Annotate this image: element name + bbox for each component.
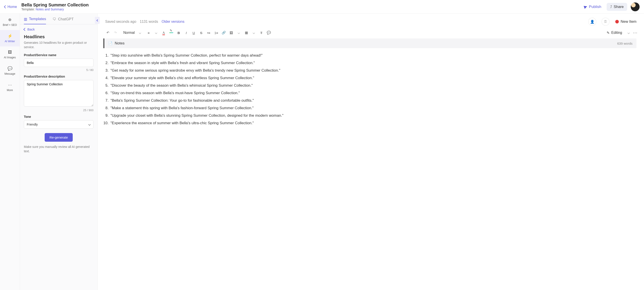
list-item[interactable]: "Step into sunshine with Bella's Spring … — [110, 52, 636, 59]
tab-chatgpt[interactable]: 🗨 ChatGPT — [52, 17, 74, 24]
message-icon: 💬 — [8, 66, 12, 71]
editing-mode-select[interactable]: ✎ Editing — [607, 31, 630, 35]
calendar-icon: 🗓 — [604, 20, 607, 24]
file-icon: 📄 — [108, 41, 112, 45]
list-item[interactable]: "Elevate your summer style with Bella's … — [110, 74, 636, 82]
editor-content[interactable]: 📄 Notes 639 words "Step into sunshine wi… — [98, 38, 644, 290]
nav-more[interactable]: ⋯ More — [0, 79, 20, 95]
strike-button[interactable]: S — [198, 29, 205, 36]
topbar: Home Bella Spring Summer Collection Temp… — [0, 0, 644, 14]
pencil-icon: ✎ — [607, 31, 610, 35]
template-link[interactable]: Notes and Summary — [36, 8, 64, 11]
publish-label: Publish — [589, 5, 601, 9]
list-item[interactable]: "Make a statement this spring with Bella… — [110, 104, 636, 112]
list-item[interactable]: "Embrace the season in style with Bella'… — [110, 59, 636, 67]
editor-toolbar: ↶ ↷ Normal ≡ A B I U S •≡ 1≡ 🔗 🖼 ▦ T 💬 — [98, 27, 644, 38]
calendar-button[interactable]: 🗓 — [602, 18, 610, 26]
image-dropdown[interactable] — [235, 29, 242, 36]
status-dot-icon — [615, 20, 619, 24]
avatar[interactable] — [631, 2, 640, 11]
comment-button[interactable]: 💬 — [266, 29, 272, 36]
chevron-down-icon — [628, 32, 630, 34]
home-link[interactable]: Home — [4, 5, 17, 9]
saved-status: Saved seconds ago — [105, 20, 136, 24]
back-label: Back — [28, 28, 35, 31]
list-item[interactable]: "Upgrade your closet with Bella's stunni… — [110, 112, 636, 119]
new-item-indicator[interactable]: New Item — [615, 20, 636, 24]
share-label: Share — [614, 5, 624, 9]
notes-block[interactable]: 📄 Notes 639 words — [104, 38, 636, 48]
highlight-icon — [169, 32, 173, 33]
headline-list[interactable]: "Step into sunshine with Bella's Spring … — [104, 52, 636, 127]
numbered-list-button[interactable]: 1≡ — [213, 29, 220, 36]
chevron-left-icon — [24, 28, 26, 31]
tab-templates[interactable]: ▥ Templates — [24, 17, 46, 24]
list-item[interactable]: "Get ready for some serious spring wardr… — [110, 67, 636, 74]
table-dropdown[interactable] — [250, 29, 258, 36]
text-color-button[interactable]: A — [160, 29, 167, 36]
sidebar-description: Generates 10 headlines for a given produ… — [24, 41, 94, 49]
tab-label: ChatGPT — [58, 17, 74, 22]
notes-word-count: 639 words — [617, 42, 632, 45]
bold-button[interactable]: B — [175, 29, 182, 36]
highlight-button[interactable] — [168, 29, 175, 36]
publish-button[interactable]: Publish — [581, 3, 604, 11]
nav-label: Brief + SEO — [3, 24, 17, 26]
share-button[interactable]: ⤴ Share — [607, 3, 627, 11]
more-icon: ⋯ — [8, 82, 12, 87]
document-title[interactable]: Bella Spring Summer Collection — [22, 2, 89, 8]
sidebar: ▥ Templates 🗨 ChatGPT Back Headlines Gen… — [20, 14, 98, 290]
new-item-label: New Item — [620, 20, 636, 24]
underline-button[interactable]: U — [190, 29, 197, 36]
chevron-down-icon — [155, 32, 157, 34]
nav-brief-seo[interactable]: ⊕ Brief + SEO — [0, 14, 20, 30]
align-button[interactable]: ≡ — [145, 29, 152, 36]
target-icon: ⊕ — [8, 17, 12, 22]
sidebar-collapse-button[interactable] — [95, 17, 100, 24]
tone-select-wrap: Friendly — [24, 120, 94, 129]
nav-label: AI Writer — [5, 40, 15, 43]
redo-button[interactable]: ↷ — [112, 29, 119, 36]
nav-message[interactable]: 💬 Message — [0, 62, 20, 79]
nav-ai-images[interactable]: 🖼 AI Images — [0, 46, 20, 62]
image-icon: 🖼 — [8, 50, 12, 54]
product-name-input[interactable] — [24, 58, 94, 67]
regenerate-note: Make sure you manually review all AI gen… — [24, 145, 94, 154]
image-button[interactable]: 🖼 — [228, 29, 235, 36]
italic-button[interactable]: I — [183, 29, 190, 36]
list-item[interactable]: "Discover the beauty of the season with … — [110, 82, 636, 89]
upload-icon: ⤴ — [610, 5, 612, 9]
chevron-left-icon — [4, 5, 7, 8]
table-button[interactable]: ▦ — [243, 29, 250, 36]
nav-ai-writer[interactable]: ⚡ AI Writer — [0, 30, 20, 46]
paragraph-style-select[interactable]: Normal — [121, 30, 143, 36]
bolt-icon: ⚡ — [8, 34, 12, 38]
nav-label: AI Images — [4, 56, 16, 59]
chevron-down-icon — [253, 32, 255, 34]
clear-format-button[interactable]: T — [258, 29, 265, 36]
editor-area: Saved seconds ago 1131 words Older versi… — [98, 14, 644, 290]
product-name-count: 5 / 80 — [24, 68, 94, 72]
list-item[interactable]: "Experience the essence of summer with B… — [110, 119, 636, 127]
tab-label: Templates — [29, 17, 46, 21]
list-item[interactable]: "Bella's Spring Summer Collection: Your … — [110, 97, 636, 104]
back-button[interactable]: Back — [24, 28, 94, 31]
regenerate-button[interactable]: Re-generate — [45, 133, 73, 142]
link-button[interactable]: 🔗 — [220, 29, 228, 36]
template-line: Template: Notes and Summary — [22, 8, 89, 11]
tone-select[interactable]: Friendly — [24, 120, 94, 129]
send-icon — [584, 5, 588, 9]
chevron-down-icon — [238, 32, 240, 34]
paragraph-style-label: Normal — [123, 31, 135, 35]
add-person-button[interactable]: 👤 — [588, 18, 596, 26]
nav-label: More — [7, 89, 13, 92]
align-dropdown[interactable] — [153, 29, 160, 36]
toolbar-more-button[interactable]: ⋯ — [633, 30, 637, 35]
older-versions-link[interactable]: Older versions — [162, 20, 184, 24]
chat-icon: 🗨 — [52, 17, 56, 21]
bullet-list-button[interactable]: •≡ — [205, 29, 212, 36]
undo-button[interactable]: ↶ — [104, 29, 112, 36]
list-item[interactable]: "Stay on-trend this season with Bella's … — [110, 89, 636, 97]
template-prefix: Template: — [22, 8, 36, 11]
product-desc-textarea[interactable] — [24, 80, 94, 106]
